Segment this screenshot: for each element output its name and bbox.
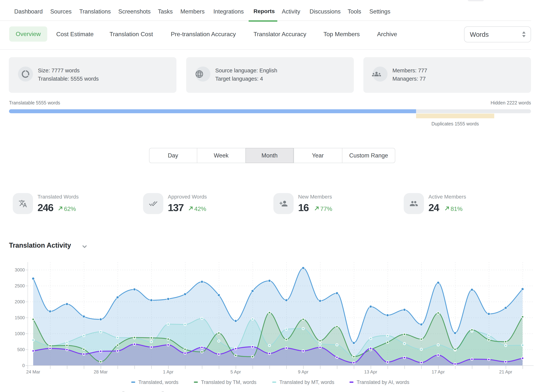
svg-text:500: 500 — [17, 347, 25, 352]
svg-text:28 Mar: 28 Mar — [94, 369, 108, 374]
svg-text:3000: 3000 — [15, 267, 25, 272]
svg-text:21 Apr: 21 Apr — [499, 369, 512, 374]
svg-text:2500: 2500 — [15, 283, 25, 288]
svg-text:5 Apr: 5 Apr — [230, 369, 241, 374]
svg-text:17 Apr: 17 Apr — [432, 369, 445, 374]
svg-text:9 Apr: 9 Apr — [298, 369, 308, 374]
svg-text:2000: 2000 — [15, 299, 25, 304]
svg-text:24 Mar: 24 Mar — [26, 369, 40, 374]
svg-text:0: 0 — [22, 363, 25, 368]
svg-text:13 Apr: 13 Apr — [364, 369, 377, 374]
svg-text:1000: 1000 — [15, 331, 25, 336]
svg-text:1 Apr: 1 Apr — [163, 369, 173, 374]
svg-text:1500: 1500 — [15, 315, 25, 320]
